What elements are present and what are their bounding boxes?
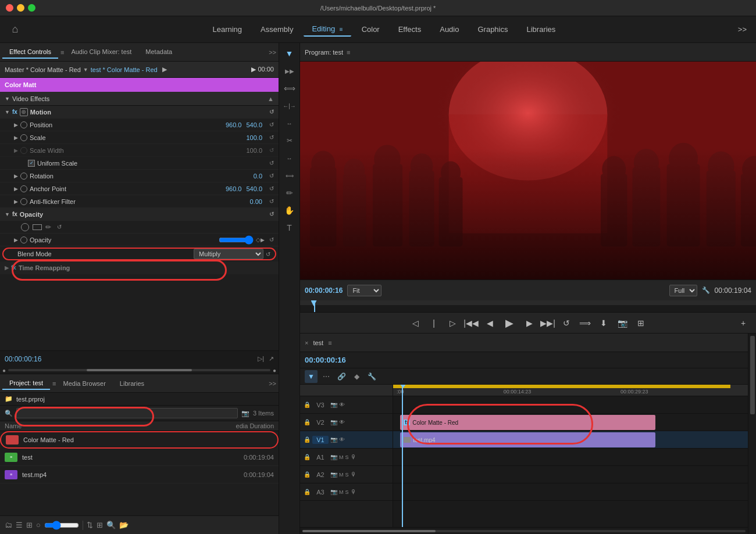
menu-item-libraries[interactable]: Libraries bbox=[519, 23, 564, 36]
pm-multi-camera-btn[interactable]: ⊞ bbox=[633, 315, 649, 331]
pm-settings-icon[interactable]: 🔧 bbox=[702, 286, 710, 294]
program-monitor-menu-icon[interactable]: ≡ bbox=[347, 49, 350, 56]
v3-eye-icon[interactable]: 👁 bbox=[339, 402, 345, 408]
pm-goto-in-btn[interactable]: |◀◀ bbox=[463, 315, 479, 331]
a1-mute-btn[interactable]: M bbox=[339, 454, 344, 460]
menu-item-graphics[interactable]: Graphics bbox=[469, 23, 516, 36]
v1-camera-icon[interactable]: 📷 bbox=[330, 436, 337, 443]
pm-fit-select[interactable]: Fit 25% 50% 100% bbox=[347, 285, 381, 296]
pm-add-marker-btn[interactable]: | bbox=[426, 315, 442, 331]
v2-camera-icon[interactable]: 📷 bbox=[330, 419, 337, 425]
find-icon[interactable]: 🔍 bbox=[106, 521, 116, 529]
video-effects-chevron[interactable]: ▼ bbox=[5, 96, 10, 102]
pm-ruler[interactable] bbox=[300, 300, 756, 305]
position-reset-icon[interactable]: ↺ bbox=[269, 121, 274, 128]
a2-mute-btn[interactable]: M bbox=[339, 472, 344, 478]
motion-keyframe-icon[interactable]: ◎ bbox=[20, 108, 28, 116]
project-item-test-mp4[interactable]: ≡ test.mp4 0:00:19:04 bbox=[0, 466, 279, 483]
a3-solo-btn[interactable]: S bbox=[345, 489, 349, 495]
opacity-keyframe-icon[interactable]: ◇ bbox=[256, 236, 261, 243]
pm-play-btn[interactable]: ▶ bbox=[500, 314, 519, 332]
v2-eye-icon[interactable]: 👁 bbox=[339, 419, 345, 425]
scale-value[interactable]: 100.0 bbox=[246, 134, 262, 141]
a2-mic-icon[interactable]: 🎙 bbox=[351, 471, 356, 478]
a2-lock-icon[interactable]: 🔒 bbox=[304, 471, 311, 478]
menu-item-assembly[interactable]: Assembly bbox=[252, 23, 301, 36]
menu-item-audio[interactable]: Audio bbox=[432, 23, 467, 36]
v3-lock-icon[interactable]: 🔒 bbox=[304, 402, 311, 408]
anchor-point-stopwatch-icon[interactable] bbox=[20, 185, 27, 192]
expand-panel-icon[interactable]: >> bbox=[269, 49, 276, 56]
ec-timecode-value[interactable]: 00:00:00:16 bbox=[5, 355, 41, 363]
master-chevron-icon[interactable]: ▼ bbox=[83, 67, 88, 73]
scale-width-reset-icon[interactable]: ↺ bbox=[269, 147, 274, 153]
opacity-shapes-reset-icon[interactable]: ↺ bbox=[57, 224, 62, 230]
tl-selection-tool[interactable]: ▼ bbox=[305, 370, 318, 383]
ec-scrollbar[interactable]: ● ● bbox=[0, 367, 279, 374]
tl-linked-btn[interactable]: 🔗 bbox=[335, 370, 348, 383]
menu-item-effects[interactable]: Effects bbox=[390, 23, 430, 36]
a1-camera-icon[interactable]: 📷 bbox=[330, 454, 337, 460]
scale-reset-icon[interactable]: ↺ bbox=[269, 134, 274, 141]
position-y-value[interactable]: 540.0 bbox=[246, 121, 262, 128]
ripple-edit-tool-btn[interactable]: ⟺ bbox=[281, 80, 298, 96]
pm-insert-btn[interactable]: ⟹ bbox=[577, 315, 593, 331]
uniform-scale-checkbox[interactable]: ✓ bbox=[28, 160, 35, 167]
anchor-point-reset-icon[interactable]: ↺ bbox=[269, 185, 274, 192]
motion-reset-icon[interactable]: ↺ bbox=[269, 109, 274, 115]
opacity-section-reset-icon[interactable]: ↺ bbox=[269, 211, 274, 217]
a3-camera-icon[interactable]: 📷 bbox=[330, 489, 337, 495]
v1-lock-icon[interactable]: 🔒 bbox=[304, 436, 311, 443]
tab-media-browser[interactable]: Media Browser bbox=[56, 378, 113, 389]
anchor-point-x-value[interactable]: 960.0 bbox=[226, 185, 242, 192]
v2-lock-icon[interactable]: 🔒 bbox=[304, 419, 311, 425]
a2-solo-btn[interactable]: S bbox=[345, 472, 349, 478]
a3-lock-icon[interactable]: 🔒 bbox=[304, 489, 311, 495]
scroll-right-btn[interactable]: ● bbox=[273, 367, 276, 374]
blend-mode-select[interactable]: Multiply Normal Screen Overlay Darken Li… bbox=[194, 249, 263, 259]
pm-add-button[interactable]: + bbox=[735, 315, 751, 331]
antiflicker-stopwatch-icon[interactable] bbox=[20, 198, 27, 205]
tab-metadata[interactable]: Metadata bbox=[138, 46, 179, 59]
list-view-icon[interactable]: ☰ bbox=[16, 521, 23, 529]
antiflicker-value[interactable]: 0.00 bbox=[250, 198, 262, 205]
ec-export-icon[interactable]: ↗ bbox=[269, 355, 274, 363]
tl-wrench-btn[interactable]: 🔧 bbox=[365, 370, 378, 383]
sort-icon[interactable]: ⇅ bbox=[87, 521, 93, 529]
freeform-view-icon[interactable]: ○ bbox=[36, 521, 41, 529]
type-tool-btn[interactable]: T bbox=[281, 220, 298, 236]
uniform-scale-reset-icon[interactable]: ↺ bbox=[269, 160, 274, 166]
a3-mute-btn[interactable]: M bbox=[339, 489, 344, 495]
home-icon[interactable]: ⌂ bbox=[5, 19, 26, 40]
rectangle-mask-icon[interactable] bbox=[33, 224, 42, 230]
pm-step-back-btn[interactable]: ◀ bbox=[482, 315, 498, 331]
play-to-in-icon[interactable]: ▶ bbox=[162, 66, 167, 73]
rotation-reset-icon[interactable]: ↺ bbox=[269, 173, 274, 179]
tab-audio-clip-mixer[interactable]: Audio Clip Mixer: test bbox=[64, 46, 138, 59]
pm-loop-btn[interactable]: ↺ bbox=[558, 315, 575, 331]
project-new-bin-icon[interactable]: 📷 bbox=[241, 410, 249, 417]
tl-marker-btn[interactable]: ◆ bbox=[350, 370, 363, 383]
ec-goto-in-icon[interactable]: ▷| bbox=[258, 355, 264, 363]
pm-goto-out-btn[interactable]: ▶▶| bbox=[540, 315, 556, 331]
pm-playhead-track[interactable] bbox=[300, 300, 756, 312]
project-search-input[interactable] bbox=[16, 408, 238, 418]
anchor-point-y-value[interactable]: 540.0 bbox=[246, 185, 262, 192]
icon-view-btn[interactable]: ⊞ bbox=[26, 521, 33, 529]
pm-current-timecode[interactable]: 00:00:00:16 bbox=[305, 286, 343, 295]
timeline-right-scrollbar[interactable] bbox=[748, 334, 756, 534]
menu-item-editing[interactable]: Editing ≡ bbox=[304, 22, 351, 37]
ellipse-mask-icon[interactable] bbox=[21, 223, 29, 231]
timeline-horizontal-scrollbar[interactable] bbox=[300, 527, 748, 534]
pen-tool-btn[interactable]: ✏ bbox=[281, 185, 298, 201]
menu-item-color[interactable]: Color bbox=[354, 23, 388, 36]
selection-tool-btn[interactable]: ▼ bbox=[281, 45, 298, 62]
pm-overwrite-btn[interactable]: ⬇ bbox=[595, 315, 612, 331]
a1-lock-icon[interactable]: 🔒 bbox=[304, 454, 311, 460]
new-bin-icon[interactable]: 🗂 bbox=[5, 521, 12, 529]
rate-stretch-tool-btn[interactable]: ↔ bbox=[281, 115, 298, 131]
position-x-value[interactable]: 960.0 bbox=[226, 121, 242, 128]
pen-mask-icon[interactable]: ✏ bbox=[45, 223, 51, 231]
opacity-slider[interactable] bbox=[219, 235, 254, 245]
automate-sequence-icon[interactable]: ⊞ bbox=[97, 521, 103, 529]
